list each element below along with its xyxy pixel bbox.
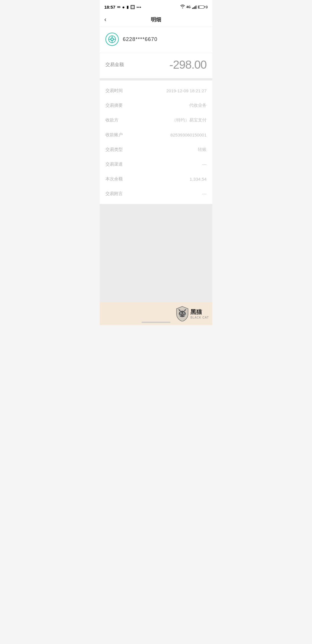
- status-bar: 18:57 ∞ ● ▮ 🔲 ••• 4G 9: [100, 0, 212, 13]
- detail-row: 本次余额 1,334.54: [100, 172, 212, 186]
- detail-label-1: 交易摘要: [105, 103, 123, 108]
- detail-value-4: 转账: [198, 147, 207, 152]
- card-icon: [105, 33, 119, 46]
- bottom-bar: 黑猫 BLACK CAT: [100, 302, 212, 325]
- detail-row: 收款账户 825393060150001: [100, 128, 212, 142]
- dot-icon: ●: [122, 5, 125, 10]
- detail-value-3: 825393060150001: [170, 132, 207, 137]
- detail-label-2: 收款方: [105, 117, 118, 123]
- svg-point-7: [179, 311, 186, 317]
- cat-shield-icon: [175, 306, 189, 321]
- detail-label-4: 交易类型: [105, 147, 123, 152]
- detail-row: 收款方 （特约）易宝支付: [100, 113, 212, 128]
- detail-value-2: （特约）易宝支付: [172, 117, 207, 123]
- chinese-brand: 黑猫: [190, 308, 202, 316]
- detail-row: 交易类型 转账: [100, 142, 212, 157]
- gray-area: [100, 204, 212, 302]
- detail-value-1: 代收业务: [189, 103, 207, 108]
- dots-icon: •••: [137, 5, 142, 9]
- english-brand: BLACK CAT: [190, 316, 209, 319]
- camera-icon: 🔲: [130, 5, 135, 9]
- amount-section: 交易金额 -298.00: [100, 53, 212, 78]
- card-number: 6228****6670: [123, 36, 157, 42]
- battery-level: 9: [206, 5, 208, 9]
- svg-point-13: [183, 313, 184, 314]
- battery-icon: [198, 5, 204, 9]
- section-divider: [100, 78, 212, 80]
- card-section: 6228****6670: [100, 27, 212, 53]
- infinity-icon: ∞: [117, 4, 120, 10]
- detail-label-0: 交易时间: [105, 88, 123, 93]
- detail-section: 交易时间 2019-12-09 18:21:27 交易摘要 代收业务 收款方 （…: [100, 80, 212, 204]
- detail-row: 交易摘要 代收业务: [100, 98, 212, 113]
- detail-row: 交易时间 2019-12-09 18:21:27: [100, 83, 212, 98]
- svg-point-12: [181, 313, 181, 314]
- sim-icon: ▮: [127, 5, 129, 9]
- amount-label: 交易金额: [105, 62, 124, 68]
- signal-bars: [192, 5, 196, 9]
- amount-value: -298.00: [169, 58, 207, 71]
- brand-text: 黑猫 BLACK CAT: [190, 308, 209, 319]
- header: ‹ 明细: [100, 13, 212, 27]
- signal-icon: 4G: [186, 5, 191, 9]
- detail-value-7: ---: [202, 191, 207, 196]
- detail-row: 交易附言 ---: [100, 186, 212, 201]
- detail-row: 交易渠道 ---: [100, 157, 212, 172]
- detail-label-3: 收款账户: [105, 132, 123, 138]
- detail-value-6: 1,334.54: [190, 177, 207, 181]
- wifi-icon: [180, 5, 185, 9]
- detail-value-0: 2019-12-09 18:21:27: [166, 88, 207, 93]
- detail-label-5: 交易渠道: [105, 162, 123, 167]
- page-title: 明细: [151, 16, 161, 23]
- time-display: 18:57: [104, 5, 115, 10]
- status-left: 18:57 ∞ ● ▮ 🔲 •••: [104, 4, 142, 10]
- black-cat-logo: 黑猫 BLACK CAT: [175, 306, 209, 321]
- detail-label-6: 本次余额: [105, 176, 123, 182]
- detail-label-7: 交易附言: [105, 191, 123, 196]
- svg-point-14: [182, 314, 183, 315]
- home-indicator: [142, 322, 170, 323]
- status-right: 4G 9: [180, 5, 208, 9]
- back-button[interactable]: ‹: [104, 16, 106, 23]
- svg-point-6: [111, 38, 113, 40]
- detail-value-5: ---: [202, 162, 207, 167]
